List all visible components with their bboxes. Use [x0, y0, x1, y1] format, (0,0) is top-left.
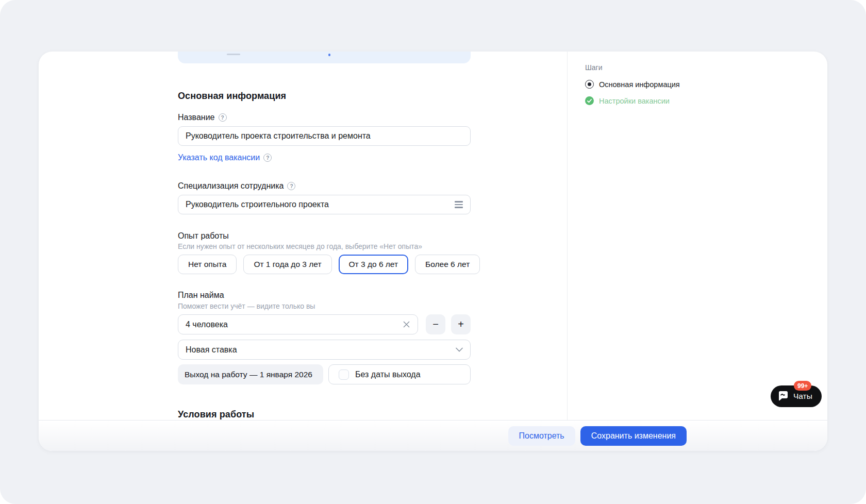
help-icon[interactable]: ?	[287, 182, 295, 190]
rate-select-value: Новая ставка	[186, 345, 456, 355]
start-date-value: Выход на работу — 1 января 2026	[185, 370, 312, 379]
hiring-plan-row: 4 человека − +	[178, 314, 471, 334]
steps-title: Шаги	[585, 63, 680, 72]
section-title-work-conditions: Условия работы	[178, 409, 254, 420]
app-screen: Основная информация Название ? Указать к…	[0, 0, 866, 504]
experience-option-6-plus-years[interactable]: Более 6 лет	[415, 255, 480, 274]
step-vacancy-settings[interactable]: Настройки вакансии	[585, 96, 680, 105]
footer-actions: Посмотреть Сохранить изменения	[508, 426, 687, 446]
vacancy-code-link-row: Указать код вакансии ?	[178, 153, 272, 162]
preview-button[interactable]: Посмотреть	[508, 426, 575, 446]
help-icon[interactable]: ?	[219, 113, 227, 122]
radio-selected-icon	[585, 80, 594, 89]
hiring-plan-label-text: План найма	[178, 291, 224, 300]
name-label-text: Название	[178, 113, 215, 122]
hiring-plan-value: 4 человека	[186, 320, 403, 329]
banner-clipped-link-fragment	[328, 54, 330, 56]
info-banner-clipped	[178, 52, 471, 63]
experience-field-label: Опыт работы	[178, 231, 229, 241]
no-exit-date-checkbox[interactable]	[339, 369, 349, 380]
no-exit-date-field[interactable]: Без даты выхода	[328, 364, 471, 384]
chats-button-label: Чаты	[793, 392, 812, 401]
experience-options: Нет опыта От 1 года до 3 лет От 3 до 6 л…	[178, 255, 471, 274]
footer-action-bar: Посмотреть Сохранить изменения	[39, 420, 827, 451]
hiring-plan-hint: Поможет вести учёт — видите только вы	[178, 302, 315, 310]
experience-option-3-6-years[interactable]: От 3 до 6 лет	[339, 255, 409, 274]
chat-bubble-icon	[777, 391, 789, 402]
save-changes-button[interactable]: Сохранить изменения	[580, 426, 687, 446]
step-main-info[interactable]: Основная информация	[585, 80, 680, 89]
content-divider	[567, 52, 568, 420]
no-exit-date-label: Без даты выхода	[355, 370, 421, 379]
hiring-plan-input[interactable]: 4 человека	[178, 314, 418, 334]
list-menu-icon[interactable]	[455, 201, 463, 208]
hiring-plan-field-label: План найма	[178, 291, 224, 300]
clear-icon[interactable]	[403, 321, 410, 328]
specialization-label-text: Специализация сотрудника	[178, 181, 284, 191]
step-label: Основная информация	[599, 80, 680, 89]
experience-option-no-experience[interactable]: Нет опыта	[178, 255, 237, 274]
increment-button[interactable]: +	[451, 314, 471, 334]
check-circle-icon	[585, 96, 594, 105]
start-date-chip[interactable]: Выход на работу — 1 января 2026	[178, 364, 323, 384]
specialization-value: Руководитель строительного проекта	[186, 200, 455, 209]
help-icon[interactable]: ?	[263, 154, 272, 162]
vacancy-edit-card: Основная информация Название ? Указать к…	[39, 52, 827, 451]
decrement-button[interactable]: −	[426, 314, 445, 334]
name-field-label: Название ?	[178, 113, 227, 122]
banner-clipped-text-fragment	[227, 54, 240, 55]
vacancy-code-link[interactable]: Указать код вакансии	[178, 153, 260, 162]
specialization-input[interactable]: Руководитель строительного проекта	[178, 195, 471, 214]
experience-label-text: Опыт работы	[178, 231, 229, 241]
vacancy-name-input[interactable]	[178, 126, 471, 146]
experience-option-1-3-years[interactable]: От 1 года до 3 лет	[243, 255, 331, 274]
steps-sidebar: Шаги Основная информация Настройки вакан…	[585, 63, 680, 113]
experience-hint: Если нужен опыт от нескольких месяцев до…	[178, 242, 422, 250]
specialization-field-label: Специализация сотрудника ?	[178, 181, 295, 191]
chevron-down-icon	[456, 347, 463, 352]
rate-select[interactable]: Новая ставка	[178, 340, 471, 360]
chat-widget: Чаты 99+	[771, 385, 822, 407]
chat-unread-badge: 99+	[794, 381, 811, 391]
start-date-row: Выход на работу — 1 января 2026 Без даты…	[178, 364, 471, 384]
section-title-main-info: Основная информация	[178, 91, 286, 102]
step-label: Настройки вакансии	[599, 97, 670, 105]
